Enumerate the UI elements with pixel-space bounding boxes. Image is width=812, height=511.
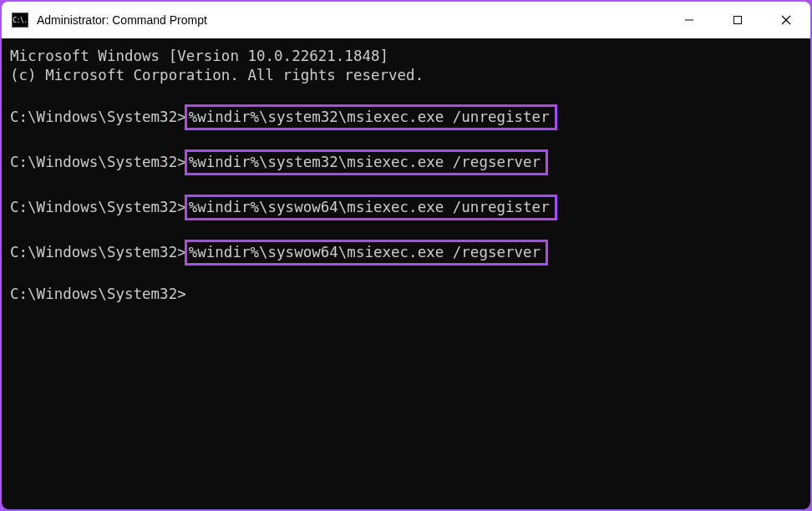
command-row: C:\Windows\System32>%windir%\system32\ms… bbox=[10, 149, 810, 175]
command-row: C:\Windows\System32>%windir%\syswow64\ms… bbox=[10, 240, 810, 266]
cmd-icon: C:\. bbox=[12, 13, 28, 28]
maximize-icon bbox=[733, 15, 743, 25]
prompt: C:\Windows\System32> bbox=[10, 108, 186, 127]
terminal-area[interactable]: Microsoft Windows [Version 10.0.22621.18… bbox=[2, 38, 810, 509]
version-line: Microsoft Windows [Version 10.0.22621.18… bbox=[10, 47, 810, 66]
command-highlighted: %windir%\system32\msiexec.exe /regserver bbox=[185, 149, 548, 175]
copyright-line: (c) Microsoft Corporation. All rights re… bbox=[10, 66, 810, 85]
svg-rect-1 bbox=[734, 17, 742, 24]
minimize-button[interactable] bbox=[665, 2, 713, 38]
window-title: Administrator: Command Prompt bbox=[37, 13, 207, 27]
prompt: C:\Windows\System32> bbox=[10, 153, 186, 172]
close-button[interactable] bbox=[762, 2, 810, 38]
prompt: C:\Windows\System32> bbox=[10, 243, 186, 262]
command-highlighted: %windir%\system32\msiexec.exe /unregiste… bbox=[185, 104, 557, 130]
command-row: C:\Windows\System32>%windir%\system32\ms… bbox=[10, 104, 810, 130]
minimize-icon bbox=[684, 15, 694, 25]
final-prompt: C:\Windows\System32> bbox=[10, 285, 810, 304]
command-prompt-window: C:\. Administrator: Command Prompt Micro… bbox=[2, 2, 810, 509]
prompt: C:\Windows\System32> bbox=[10, 198, 186, 217]
command-highlighted: %windir%\syswow64\msiexec.exe /unregiste… bbox=[185, 195, 557, 220]
maximize-button[interactable] bbox=[713, 2, 762, 38]
command-row: C:\Windows\System32>%windir%\syswow64\ms… bbox=[10, 195, 810, 220]
window-controls bbox=[665, 2, 810, 38]
titlebar[interactable]: C:\. Administrator: Command Prompt bbox=[2, 2, 810, 38]
command-highlighted: %windir%\syswow64\msiexec.exe /regserver bbox=[185, 240, 548, 266]
close-icon bbox=[781, 15, 791, 25]
